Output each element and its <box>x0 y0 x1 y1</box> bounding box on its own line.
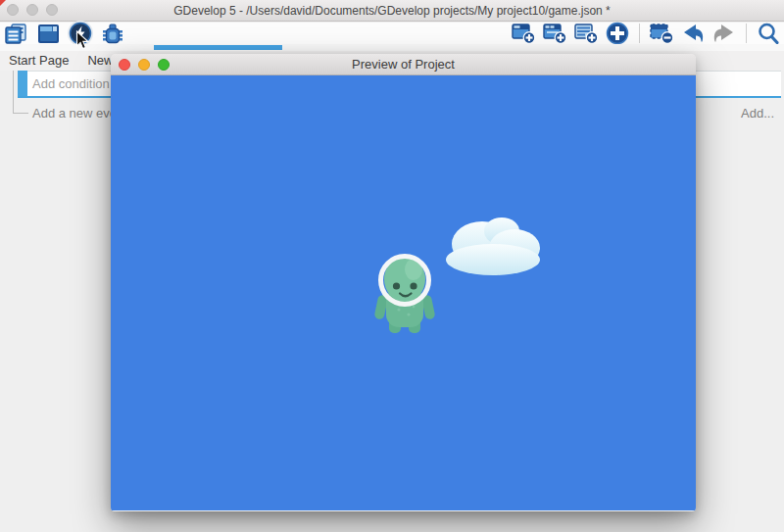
event-selection-bar[interactable] <box>18 71 27 96</box>
event-tree-guide-horizontal <box>13 113 28 114</box>
add-other-event-button[interactable] <box>605 23 630 44</box>
game-scene <box>111 75 696 510</box>
search-icon <box>757 22 780 45</box>
scene-editor-button[interactable] <box>35 23 61 44</box>
add-event-icon <box>512 23 536 44</box>
add-comment-icon <box>574 23 599 44</box>
add-other-event-icon <box>606 22 629 45</box>
undo-button[interactable] <box>680 23 706 44</box>
redo-icon <box>712 23 736 44</box>
preview-progress-bar <box>154 45 282 50</box>
app-titlebar[interactable]: GDevelop 5 - /Users/david/Documents/GDev… <box>0 0 784 22</box>
toolbar-separator <box>746 24 747 43</box>
add-sub-event-icon <box>543 23 567 44</box>
gdevelop-app-window: GDevelop 5 - /Users/david/Documents/GDev… <box>0 0 784 532</box>
toolbar-separator <box>639 24 640 43</box>
scene-editor-icon <box>37 24 60 44</box>
project-manager-icon <box>4 24 27 44</box>
remove-event-icon <box>650 23 674 44</box>
undo-icon <box>681 23 705 44</box>
add-comment-button[interactable] <box>573 23 599 44</box>
debugger-button[interactable] <box>100 23 125 44</box>
preview-titlebar[interactable]: Preview of Project <box>111 54 696 75</box>
main-toolbar <box>0 23 784 44</box>
project-manager-button[interactable] <box>3 23 28 44</box>
player-character-object <box>373 257 435 334</box>
app-title: GDevelop 5 - /Users/david/Documents/GDev… <box>0 0 784 22</box>
remove-event-button[interactable] <box>649 23 674 44</box>
preview-button[interactable] <box>68 23 93 44</box>
debugger-icon <box>101 23 124 44</box>
game-canvas[interactable] <box>111 75 696 510</box>
preview-window-title: Preview of Project <box>111 54 696 75</box>
event-tree-guide-vertical <box>13 71 14 114</box>
search-button[interactable] <box>756 23 781 44</box>
add-sub-event-button[interactable] <box>542 23 567 44</box>
redo-button[interactable] <box>711 23 737 44</box>
add-other-event-types-button[interactable]: Add... <box>741 106 774 121</box>
add-event-button[interactable] <box>511 23 536 44</box>
toolbar-left-group <box>3 23 125 44</box>
preview-window: Preview of Project <box>111 54 696 511</box>
toolbar-right-group <box>511 23 781 44</box>
preview-progress-track <box>0 44 784 51</box>
preview-icon <box>69 22 92 45</box>
cloud-object <box>446 218 540 275</box>
tab-start-page[interactable]: Start Page <box>0 51 78 71</box>
